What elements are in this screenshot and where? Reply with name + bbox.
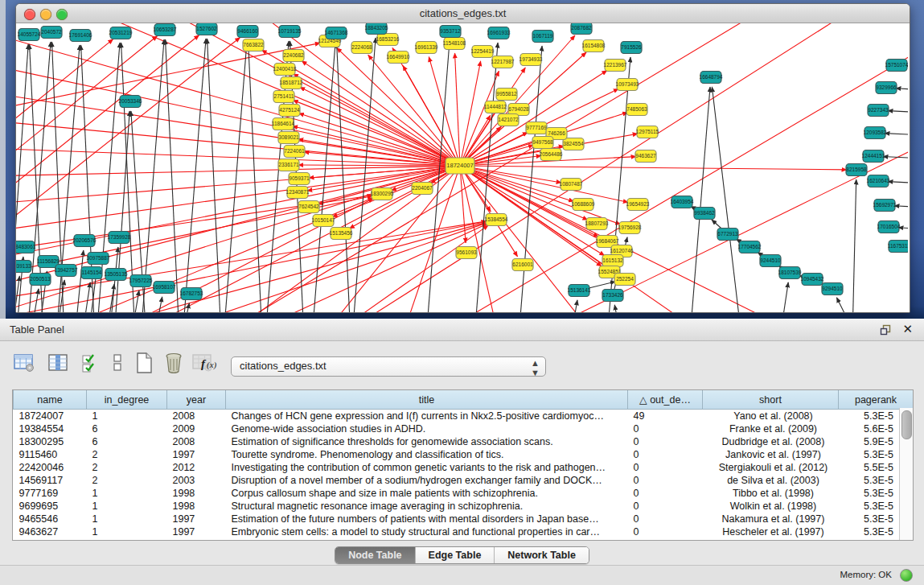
table-row[interactable]: 946554611997Estimation of the future num… — [14, 513, 914, 525]
table-cell[interactable]: 6 — [87, 435, 167, 448]
table-cell[interactable]: 1997 — [167, 513, 226, 525]
table-cell[interactable]: Embryonic stem cells: a model to study s… — [226, 525, 628, 538]
graph-node[interactable]: 11444812 — [484, 101, 507, 113]
function-builder-icon[interactable]: f (x) — [198, 351, 225, 377]
graph-node[interactable]: 16403954 — [671, 196, 694, 208]
graph-node[interactable]: 10719135 — [278, 26, 302, 38]
graph-node[interactable]: 9227343 — [868, 105, 889, 117]
graph-node[interactable]: 12213967 — [604, 60, 627, 72]
network-graph[interactable]: 1872400718300295224068212400418185187122… — [16, 23, 908, 312]
table-cell[interactable]: Wolkin et al. (1998) — [703, 500, 839, 513]
table-cell[interactable]: 6 — [87, 422, 167, 435]
column-header-in_degree[interactable]: in_degree — [87, 390, 167, 410]
table-cell[interactable]: 1997 — [167, 448, 226, 461]
graph-node[interactable]: 12400418 — [273, 64, 297, 76]
column-header-year[interactable]: year — [167, 390, 226, 410]
graph-node[interactable]: 19734933 — [519, 54, 543, 66]
graph-node[interactable]: 20531219 — [109, 27, 133, 39]
column-header-out_de[interactable]: △ out_de… — [628, 390, 703, 410]
graph-node[interactable]: 1527602 — [196, 23, 217, 35]
graph-node[interactable]: 2336171 — [278, 159, 299, 171]
graph-node[interactable]: 15692971 — [873, 200, 897, 212]
table-cell[interactable]: 1 — [87, 410, 167, 423]
graph-node[interactable]: 11548108 — [443, 38, 466, 50]
citation-edge-black[interactable] — [885, 134, 908, 136]
table-cell[interactable]: Hescheler et al. (1997) — [703, 525, 839, 538]
graph-node[interactable]: 9244510 — [760, 255, 781, 267]
citation-edge-red[interactable] — [460, 166, 518, 257]
graph-node[interactable]: 12975115 — [636, 126, 659, 138]
graph-node[interactable]: 2224068 — [351, 42, 372, 54]
graph-node[interactable]: 30975887 — [87, 253, 110, 265]
citation-edge-black[interactable] — [614, 305, 621, 312]
citation-edge-black[interactable] — [888, 182, 908, 184]
graph-node[interactable]: 9497568 — [532, 137, 553, 149]
graph-node[interactable]: 15136141 — [568, 285, 591, 297]
tab-node-table[interactable]: Node Table — [335, 547, 415, 563]
graph-node[interactable]: 10973493 — [616, 79, 639, 91]
table-cell[interactable]: 2003 — [167, 474, 226, 487]
table-cell[interactable]: Corpus callosum shape and size in male p… — [226, 487, 628, 500]
column-header-short[interactable]: short — [703, 390, 839, 410]
table-cell[interactable]: Yano et al. (2008) — [703, 410, 839, 423]
table-cell[interactable]: 14569117 — [14, 474, 87, 487]
graph-node[interactable]: 16649910 — [387, 51, 410, 64]
table-cell[interactable]: 0 — [628, 525, 703, 538]
graph-node[interactable]: 15135456 — [330, 228, 353, 240]
graph-node[interactable]: 2240682 — [283, 50, 304, 62]
graph-node[interactable]: 15751074 — [885, 60, 908, 72]
graph-node[interactable]: 9059371 — [289, 173, 310, 185]
graph-node[interactable]: 17957225 — [129, 275, 153, 287]
table-cell[interactable]: 22420046 — [14, 461, 87, 474]
graph-node[interactable]: 20564486 — [540, 149, 563, 161]
graph-node[interactable]: 19654923 — [626, 199, 650, 211]
graph-node[interactable]: 7224061 — [284, 146, 305, 158]
table-cell[interactable]: 9115460 — [14, 448, 87, 461]
citation-edge-red[interactable] — [145, 23, 460, 166]
table-cell[interactable]: Tibbo et al. (1998) — [703, 487, 839, 500]
graph-node[interactable]: 10688609 — [572, 199, 595, 211]
graph-node[interactable]: 18807293 — [585, 218, 609, 230]
citation-edge-red[interactable] — [16, 166, 460, 233]
table-cell[interactable]: Franke et al. (2009) — [703, 422, 839, 435]
checkbox-column-icon[interactable] — [105, 350, 130, 376]
graph-node[interactable]: 9938462 — [694, 208, 715, 220]
graph-node[interactable]: 7624542 — [298, 201, 319, 213]
graph-node[interactable]: 12444151 — [862, 150, 885, 163]
table-cell[interactable]: 1 — [87, 513, 167, 525]
graph-node[interactable]: 16154808 — [582, 40, 606, 52]
citation-edge-red[interactable] — [460, 166, 847, 170]
graph-node[interactable]: 1067119 — [532, 31, 553, 43]
table-row[interactable]: 2242004622012Investigating the contribut… — [14, 461, 914, 474]
table-cell[interactable]: 2012 — [167, 461, 226, 474]
graph-node[interactable]: 6772913 — [717, 229, 738, 241]
table-cell[interactable]: Disruption of a novel member of a sodium… — [226, 474, 628, 487]
table-cell[interactable]: Estimation of significance thresholds fo… — [226, 435, 628, 448]
graph-node[interactable]: 18724007 — [446, 158, 474, 174]
graph-node[interactable]: 10150147 — [312, 215, 335, 227]
table-cell[interactable]: 49 — [628, 410, 703, 423]
table-cell[interactable]: 2008 — [167, 410, 226, 423]
delete-rows-icon[interactable] — [161, 350, 187, 376]
table-cell[interactable]: Dudbridge et al. (2008) — [703, 435, 839, 448]
column-header-pagerank[interactable]: pagerank — [839, 390, 914, 410]
graph-node[interactable]: 10945432 — [801, 274, 824, 286]
citation-edge-black[interactable] — [30, 44, 43, 312]
graph-node[interactable]: 16853216 — [376, 34, 400, 46]
citation-edge-black[interactable] — [114, 111, 129, 312]
graph-node[interactable]: 9777169 — [526, 122, 547, 134]
table-row[interactable]: 977716911998Corpus callosum shape and si… — [14, 487, 914, 500]
graph-node[interactable]: 1145154 — [81, 267, 102, 279]
graph-node[interactable]: 252254 — [614, 274, 635, 286]
graph-node[interactable]: 2050513 — [30, 274, 51, 286]
table-cell[interactable]: Estimation of the future numbers of pati… — [226, 513, 628, 525]
network-canvas[interactable]: 1872400718300295224068212400418185187122… — [16, 23, 910, 312]
graph-node[interactable]: 4275124 — [279, 105, 300, 117]
table-cell[interactable]: 2 — [87, 461, 167, 474]
table-row[interactable]: 969969511998Structural magnetic resonanc… — [14, 500, 914, 513]
table-cell[interactable]: 9465546 — [14, 513, 87, 525]
table-row[interactable]: 946362711997Embryonic stem cells: a mode… — [14, 525, 914, 538]
citation-edge-red[interactable] — [293, 126, 460, 166]
table-cell[interactable]: Genome-wide association studies in ADHD. — [226, 422, 628, 435]
table-cell[interactable]: Jankovic et al. (1997) — [703, 448, 839, 461]
